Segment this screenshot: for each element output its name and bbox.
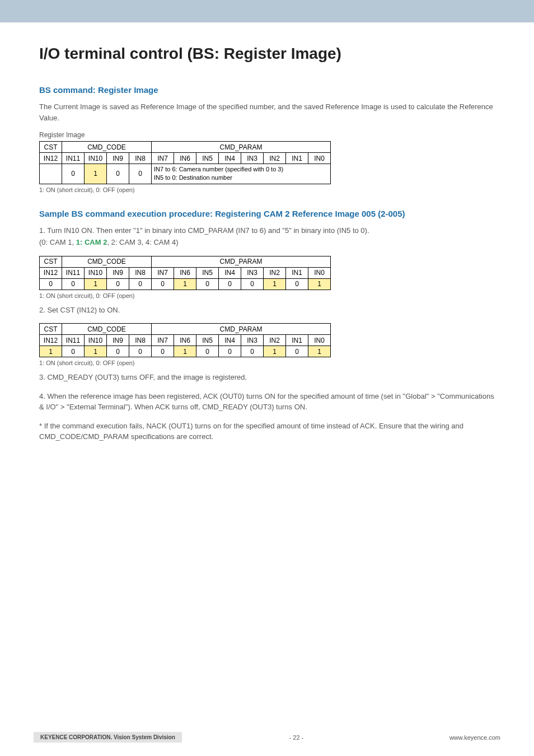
hdr-cst: CST	[40, 256, 62, 267]
cell-in10: 1	[85, 164, 107, 184]
cell-in11: 0	[62, 346, 85, 357]
hdr-in2: IN2	[264, 335, 286, 346]
cell-in0: 1	[308, 278, 331, 290]
table2-note: 1: ON (short circuit), 0: OFF (open)	[39, 292, 495, 299]
step1-pre: (0: CAM 1,	[39, 238, 76, 246]
cell-in12: 0	[40, 278, 62, 290]
page-content: I/O terminal control (BS: Register Image…	[0, 22, 534, 442]
hdr-in4: IN4	[219, 267, 241, 278]
hdr-in8: IN8	[129, 335, 152, 346]
step1-table: CSTCMD_CODECMD_PARAMIN12IN11IN10IN9IN8IN…	[39, 256, 331, 290]
hdr-in12: IN12	[40, 267, 62, 278]
hdr-cmdparam: CMD_PARAM	[152, 142, 331, 153]
cell-in5: 0	[196, 278, 219, 290]
cell-in2: 1	[264, 346, 286, 357]
hdr-in12: IN12	[40, 335, 62, 346]
cell-in6: 1	[174, 278, 196, 290]
step1-hl: 1: CAM 2	[76, 238, 107, 246]
hdr-in11: IN11	[62, 267, 85, 278]
step4-text: 4. When the reference image has been reg…	[39, 391, 495, 413]
param-desc-line1: IN7 to 6: Camera number (specified with …	[154, 166, 283, 172]
cell-in5: 0	[196, 346, 219, 357]
hdr-in9: IN9	[107, 335, 129, 346]
hdr-cmdcode: CMD_CODE	[62, 256, 152, 267]
hdr-in9: IN9	[107, 267, 129, 278]
hdr-cst: CST	[40, 324, 62, 335]
hdr-in8: IN8	[129, 267, 152, 278]
hdr-in10: IN10	[85, 335, 107, 346]
footer-company: KEYENCE CORPORATION. Vision System Divis…	[34, 732, 182, 743]
cell-param-desc: IN7 to 6: Camera number (specified with …	[152, 164, 331, 184]
hdr-in10: IN10	[85, 267, 107, 278]
hdr-in5: IN5	[196, 153, 219, 164]
hdr-in2: IN2	[264, 267, 286, 278]
cell-in2: 1	[264, 278, 286, 290]
step3-text: 3. CMD_READY (OUT3) turns OFF, and the i…	[39, 372, 495, 383]
cell-in12: 1	[40, 346, 62, 357]
hdr-cmdparam: CMD_PARAM	[152, 256, 331, 267]
hdr-in10: IN10	[85, 153, 107, 164]
cell-in7: 0	[152, 346, 174, 357]
hdr-in1: IN1	[286, 335, 308, 346]
hdr-in0: IN0	[308, 153, 331, 164]
footer-url: www.keyence.com	[411, 734, 500, 741]
cell-in10: 1	[85, 346, 107, 357]
hdr-in9: IN9	[107, 153, 129, 164]
page-title: I/O terminal control (BS: Register Image…	[39, 45, 495, 63]
step1-line1: 1. Turn IN10 ON. Then enter "1" in binar…	[39, 225, 495, 236]
hdr-in2: IN2	[264, 153, 286, 164]
hdr-in5: IN5	[196, 267, 219, 278]
cell-in4: 0	[219, 346, 241, 357]
cell-in1: 0	[286, 278, 308, 290]
hdr-in6: IN6	[174, 153, 196, 164]
hdr-in4: IN4	[219, 153, 241, 164]
hdr-in11: IN11	[62, 335, 85, 346]
cell-in8: 0	[129, 278, 152, 290]
cell-in10: 1	[85, 278, 107, 290]
cell-in11: 0	[62, 278, 85, 290]
page-footer: KEYENCE CORPORATION. Vision System Divis…	[0, 732, 534, 743]
footer-page-number: - 22 -	[182, 734, 411, 741]
section-bs-command: BS command: Register Image The Current I…	[39, 85, 495, 193]
hdr-in3: IN3	[241, 335, 264, 346]
cell-in12	[40, 164, 62, 184]
hdr-in6: IN6	[174, 335, 196, 346]
hdr-in3: IN3	[241, 267, 264, 278]
section-heading-2: Sample BS command execution procedure: R…	[39, 209, 495, 218]
cell-in9: 0	[107, 164, 129, 184]
table-note: 1: ON (short circuit), 0: OFF (open)	[39, 186, 495, 193]
hdr-in3: IN3	[241, 153, 264, 164]
hdr-in1: IN1	[286, 153, 308, 164]
fail-note: * If the command execution fails, NACK (…	[39, 421, 495, 442]
section-description: The Current Image is saved as Reference …	[39, 101, 495, 123]
register-image-table: CST CMD_CODE CMD_PARAM IN12 IN11 IN10 IN…	[39, 141, 331, 184]
cell-in11: 0	[62, 164, 85, 184]
param-desc-line2: IN5 to 0: Destination number	[154, 174, 232, 181]
cell-in6: 1	[174, 346, 196, 357]
cell-in7: 0	[152, 278, 174, 290]
cell-in3: 0	[241, 278, 264, 290]
section-heading: BS command: Register Image	[39, 85, 495, 95]
cell-in4: 0	[219, 278, 241, 290]
cell-in8: 0	[129, 164, 152, 184]
hdr-in12: IN12	[40, 153, 62, 164]
header-bar	[0, 0, 534, 22]
cell-in0: 1	[308, 346, 331, 357]
hdr-cmdcode: CMD_CODE	[62, 142, 152, 153]
hdr-in7: IN7	[152, 335, 174, 346]
cell-in9: 0	[107, 346, 129, 357]
hdr-in0: IN0	[308, 335, 331, 346]
cell-in9: 0	[107, 278, 129, 290]
step1-post: , 2: CAM 3, 4: CAM 4)	[107, 238, 178, 246]
hdr-in1: IN1	[286, 267, 308, 278]
hdr-in7: IN7	[152, 267, 174, 278]
step1-line2: (0: CAM 1, 1: CAM 2, 2: CAM 3, 4: CAM 4)	[39, 237, 495, 248]
hdr-in0: IN0	[308, 267, 331, 278]
hdr-cmdparam: CMD_PARAM	[152, 324, 331, 335]
section-sample-procedure: Sample BS command execution procedure: R…	[39, 209, 495, 442]
hdr-in11: IN11	[62, 153, 85, 164]
hdr-in8: IN8	[129, 153, 152, 164]
hdr-in6: IN6	[174, 267, 196, 278]
step2-text: 2. Set CST (IN12) to ON.	[39, 305, 495, 316]
cell-in8: 0	[129, 346, 152, 357]
